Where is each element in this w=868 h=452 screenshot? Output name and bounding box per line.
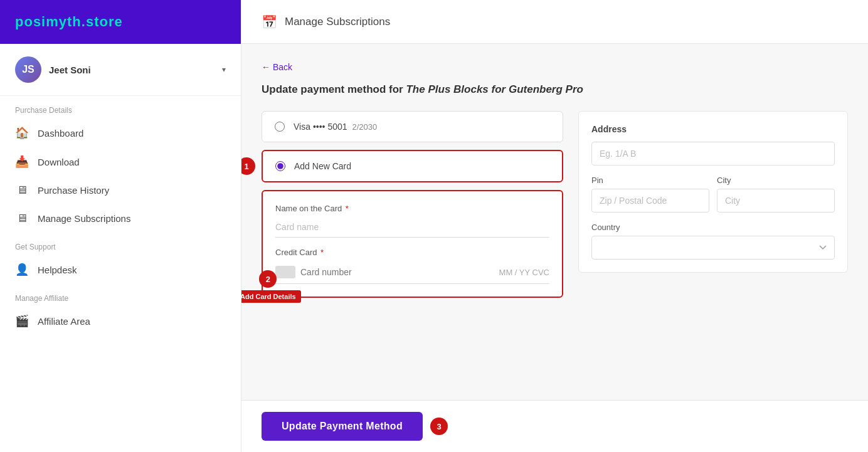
section-label-purchase: Purchase Details [0,96,241,118]
user-name: Jeet Soni [49,65,214,75]
history-icon: 🖥 [15,184,29,197]
logo-brand: posimyth [15,14,82,29]
pin-input[interactable] [591,189,709,213]
content-area: ← Back Update payment method for The Plu… [241,44,868,400]
section-label-support: Get Support [0,233,241,255]
sidebar-label-affiliate: Affiliate Area [38,316,90,327]
right-panel: Address Pin City Country [578,111,848,273]
pin-label: Pin [591,176,709,185]
main-content: 📅 Manage Subscriptions ← Back Update pay… [241,0,868,452]
pin-city-row: Pin City [591,176,835,213]
add-card-details-tooltip: Add Card Details [241,290,301,303]
step-2-badge: 2 [259,270,277,288]
card-details-wrapper: 2 Add Card Details Name on the Card * Cr… [262,190,563,298]
sidebar-item-purchase-history[interactable]: 🖥 Purchase History [0,176,241,204]
card-details-box: Name on the Card * Credit Card * MM / YY… [262,190,563,298]
sidebar-label-history: Purchase History [38,185,109,196]
existing-card-row-wrapper: Visa •••• 5001 2/2030 [262,111,563,142]
add-card-radio[interactable] [275,161,285,171]
get-support-section: Get Support 👤 Helpdesk [0,233,241,284]
bottom-bar: Update Payment Method 3 [241,400,868,452]
topbar-title: Manage Subscriptions [285,16,390,28]
country-label: Country [591,223,835,232]
subscriptions-icon: 🖥 [15,212,29,225]
sidebar-label-download: Download [38,157,80,167]
credit-card-label: Credit Card * [275,248,549,257]
address-title: Address [591,124,835,134]
step2-area: 2 Add Card Details [241,270,301,303]
topbar: 📅 Manage Subscriptions [241,0,868,44]
address-input[interactable] [591,142,835,166]
sidebar-label-helpdesk: Helpdesk [38,265,77,275]
chevron-down-icon: ▾ [222,65,226,74]
pin-item: Pin [591,176,709,213]
existing-card-radio[interactable] [275,122,285,132]
add-new-card-option[interactable]: Add New Card [262,150,563,182]
form-container: Visa •••• 5001 2/2030 1 A [262,111,848,298]
card-name-input[interactable] [275,217,549,238]
avatar: JS [15,56,41,83]
user-profile[interactable]: JS Jeet Soni ▾ [0,44,241,96]
step-1-badge: 1 [241,157,255,175]
heading-prefix: Update payment method for [262,83,403,95]
city-input[interactable] [717,189,835,213]
download-icon: 📥 [15,155,29,169]
required-star-name: * [346,204,349,213]
add-card-label: Add New Card [294,161,351,171]
sidebar-item-download[interactable]: 📥 Download [0,147,241,176]
step-3-badge: 3 [430,418,448,435]
left-panel: Visa •••• 5001 2/2030 1 A [262,111,563,298]
required-star-card: * [320,248,324,257]
affiliate-icon: 🎬 [15,314,29,328]
sidebar-item-affiliate-area[interactable]: 🎬 Affiliate Area [0,307,241,335]
sidebar-item-dashboard[interactable]: 🏠 Dashboard [0,118,241,147]
add-card-option-wrapper: 1 Add New Card [262,150,563,182]
sidebar-label-dashboard: Dashboard [38,128,83,139]
update-payment-button[interactable]: Update Payment Method [262,412,423,441]
credit-card-row: MM / YY CVC [275,261,549,284]
existing-card-option[interactable]: Visa •••• 5001 2/2030 [262,111,563,142]
logo-extension: .store [82,14,123,29]
city-item: City [717,176,835,213]
sidebar-label-subscriptions: Manage Subscriptions [38,213,130,224]
sidebar-item-helpdesk[interactable]: 👤 Helpdesk [0,255,241,284]
home-icon: 🏠 [15,126,29,140]
heading-product: The Plus Blocks for Gutenberg Pro [406,83,583,95]
manage-affiliate-section: Manage Affiliate 🎬 Affiliate Area [0,284,241,335]
logo-text: posimyth.store [15,14,123,30]
sidebar: posimyth.store JS Jeet Soni ▾ Purchase D… [0,0,241,452]
calendar-icon: 📅 [262,14,277,29]
purchase-details-section: Purchase Details 🏠 Dashboard 📥 Download … [0,96,241,233]
address-section: Address Pin City Country [578,111,848,273]
card-name-label: Name on the Card * [275,204,549,213]
section-label-affiliate: Manage Affiliate [0,284,241,307]
sidebar-item-manage-subscriptions[interactable]: 🖥 Manage Subscriptions [0,204,241,233]
country-select[interactable] [591,236,835,260]
existing-card-label: Visa •••• 5001 2/2030 [294,122,377,132]
helpdesk-icon: 👤 [15,263,29,276]
card-number-input[interactable] [300,267,494,277]
page-heading: Update payment method for The Plus Block… [262,83,848,96]
back-link[interactable]: ← Back [262,62,292,72]
card-meta: MM / YY CVC [499,268,549,277]
city-label: City [717,176,835,185]
logo-area: posimyth.store [0,0,241,44]
